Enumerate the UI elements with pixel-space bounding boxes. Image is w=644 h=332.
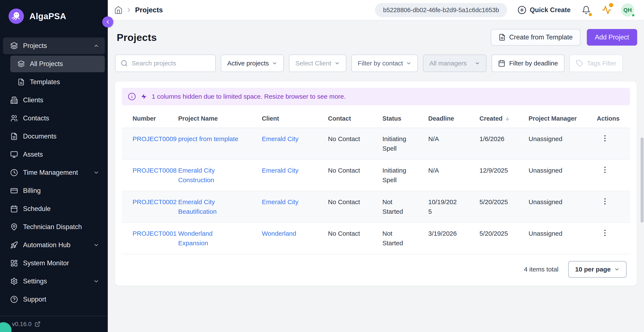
home-icon[interactable] <box>114 6 123 14</box>
row-actions-kebab-icon[interactable] <box>601 134 609 143</box>
chevron-left-icon <box>105 19 110 25</box>
project-name-link[interactable]: project from template <box>178 134 238 144</box>
sidebar-collapse-button[interactable] <box>102 16 113 27</box>
deadline-cell: N/A <box>428 166 439 175</box>
sidebar-item-all-projects[interactable]: All Projects <box>10 56 105 72</box>
client-link[interactable]: Emerald City <box>262 135 298 142</box>
chevron-down-icon <box>272 60 278 66</box>
help-icon <box>10 296 18 303</box>
tenant-id-badge[interactable]: b5228806-db02-46fe-b2d9-5a1c6dc1653b <box>375 3 507 17</box>
layers-icon <box>10 42 18 50</box>
sidebar: AlgaPSA Projects All Projects Templates … <box>0 0 108 332</box>
quick-create-button[interactable]: Quick Create <box>518 5 570 14</box>
sidebar-item-label: Time Management <box>23 169 78 176</box>
col-deadline[interactable]: Deadline <box>423 110 474 128</box>
project-search[interactable] <box>115 55 216 72</box>
octopus-logo-icon <box>8 8 24 24</box>
user-avatar[interactable]: QH <box>621 3 634 17</box>
tag-icon <box>576 60 583 67</box>
col-project-manager[interactable]: Project Manager <box>524 110 592 128</box>
project-number-link[interactable]: PROJECT0001 <box>132 230 177 237</box>
status-filter-dropdown[interactable]: Active projects <box>221 55 284 72</box>
client-link[interactable]: Wonderland <box>262 230 296 237</box>
vertical-scrollbar-thumb[interactable] <box>640 138 644 223</box>
topbar: Projects b5228806-db02-46fe-b2d9-5a1c6dc… <box>108 0 644 20</box>
notification-dot <box>589 13 592 16</box>
row-actions-kebab-icon[interactable] <box>601 166 609 174</box>
sidebar-item-label: System Monitor <box>23 259 69 267</box>
brand-name: AlgaPSA <box>30 11 66 21</box>
status-cell: Initiating Spell <box>382 134 414 153</box>
row-actions-kebab-icon[interactable] <box>601 229 609 237</box>
sidebar-item-clients[interactable]: Clients <box>3 92 105 109</box>
client-link[interactable]: Emerald City <box>262 198 298 205</box>
sidebar-item-templates[interactable]: Templates <box>10 74 105 90</box>
app-version: v0.16.0 <box>12 321 32 328</box>
header-actions: Create from Template Add Project <box>491 29 637 46</box>
project-name-link[interactable]: Wonderland Expansion <box>178 229 242 248</box>
sidebar-item-documents[interactable]: Documents <box>3 128 105 145</box>
sidebar-item-technician-dispatch[interactable]: Technician Dispatch <box>3 219 105 235</box>
created-cell: 5/20/2025 <box>480 198 508 205</box>
notifications-button[interactable] <box>582 5 591 14</box>
client-filter-dropdown[interactable]: Select Client <box>289 55 346 72</box>
search-input[interactable] <box>132 60 210 67</box>
chevron-down-icon <box>334 60 340 66</box>
contact-filter-dropdown[interactable]: Filter by contact <box>352 55 418 72</box>
contact-cell: No Contact <box>328 135 360 142</box>
client-link[interactable]: Emerald City <box>262 167 298 174</box>
deadline-filter-button[interactable]: Filter by deadline <box>492 55 564 72</box>
file-icon <box>498 34 506 41</box>
create-from-template-button[interactable]: Create from Template <box>491 29 580 46</box>
chevron-down-icon <box>93 278 99 284</box>
row-actions-kebab-icon[interactable] <box>601 197 609 206</box>
col-created-label: Created <box>480 115 502 122</box>
external-link-icon[interactable] <box>34 321 40 327</box>
sort-desc-arrow-icon <box>505 116 510 122</box>
sidebar-item-assets[interactable]: Assets <box>3 146 105 163</box>
page-size-dropdown[interactable]: 10 per page <box>568 261 626 278</box>
project-number-link[interactable]: PROJECT0009 <box>132 135 177 142</box>
create-from-template-label: Create from Template <box>509 33 573 41</box>
layers-icon <box>18 60 25 68</box>
project-name-link[interactable]: Emerald City Beautification <box>178 197 242 216</box>
contact-cell: No Contact <box>328 167 360 174</box>
sidebar-item-label: Documents <box>23 133 56 140</box>
sidebar-item-contacts[interactable]: Contacts <box>3 110 105 127</box>
manager-cell: Unassigned <box>528 198 562 205</box>
project-number-link[interactable]: PROJECT0008 <box>132 167 177 174</box>
sidebar-item-label: Clients <box>23 96 43 104</box>
bolt-icon <box>140 93 147 100</box>
banner-text: 1 columns hidden due to limited space. R… <box>152 93 346 100</box>
chevron-down-icon <box>406 60 412 66</box>
col-project-name[interactable]: Project Name <box>173 110 257 128</box>
clock-icon <box>10 169 18 176</box>
col-created[interactable]: Created <box>474 110 524 128</box>
col-client[interactable]: Client <box>257 110 323 128</box>
sidebar-item-billing[interactable]: Billing <box>3 182 105 199</box>
sidebar-item-system-monitor[interactable]: System Monitor <box>3 255 105 272</box>
created-cell: 12/9/2025 <box>480 167 508 174</box>
project-name-link[interactable]: Emerald City Construction <box>178 166 242 185</box>
sidebar-item-time-management[interactable]: Time Management <box>3 164 105 181</box>
gear-icon <box>10 277 18 285</box>
tags-filter-button[interactable]: Tags Filter <box>570 55 623 72</box>
col-contact[interactable]: Contact <box>323 110 377 128</box>
add-project-button[interactable]: Add Project <box>587 29 637 46</box>
document-icon <box>10 133 18 140</box>
project-number-link[interactable]: PROJECT0002 <box>132 198 177 205</box>
chat-widget-button[interactable] <box>0 322 12 332</box>
sidebar-item-projects[interactable]: Projects <box>3 37 105 54</box>
manager-filter-dropdown[interactable]: All managers <box>423 55 486 72</box>
activity-button[interactable] <box>602 5 612 15</box>
sidebar-item-support[interactable]: Support <box>3 291 105 308</box>
sidebar-item-settings[interactable]: Settings <box>3 273 105 290</box>
main-area: Projects b5228806-db02-46fe-b2d9-5a1c6dc… <box>108 0 644 332</box>
sidebar-item-schedule[interactable]: Schedule <box>3 200 105 217</box>
col-status[interactable]: Status <box>377 110 423 128</box>
columns-hidden-banner: 1 columns hidden due to limited space. R… <box>122 88 630 105</box>
sidebar-item-automation-hub[interactable]: Automation Hub <box>3 237 105 253</box>
col-number[interactable]: Number <box>122 110 173 128</box>
manager-cell: Unassigned <box>528 135 562 142</box>
table-row: PROJECT0001 Wonderland Expansion Wonderl… <box>122 222 630 254</box>
